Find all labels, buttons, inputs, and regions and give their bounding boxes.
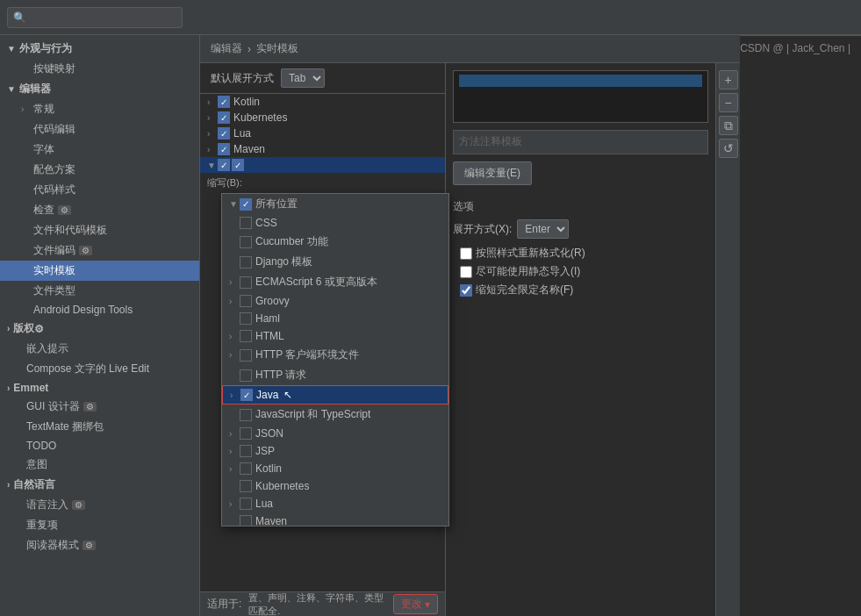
dropdown-item-lua[interactable]: › Lua xyxy=(222,495,448,512)
checkbox-haml[interactable] xyxy=(240,312,252,325)
sidebar-item-gui-designer[interactable]: GUI 设计器 ⚙ xyxy=(0,397,199,417)
checkbox-html[interactable] xyxy=(240,330,252,342)
dropdown-item-kotlin[interactable]: › Kotlin xyxy=(222,460,448,477)
checkbox-reformat[interactable] xyxy=(460,247,472,260)
checkbox-lua[interactable] xyxy=(218,127,230,140)
dropdown-item-label: Lua xyxy=(255,498,273,510)
tree-item-label: Lua xyxy=(233,127,438,140)
sidebar-item-inspect[interactable]: 检查 ⚙ xyxy=(0,200,199,220)
sidebar-item-todo[interactable]: TODO xyxy=(0,437,199,455)
dropdown-header-label: 所有位置 xyxy=(255,197,298,211)
checkbox-lua[interactable] xyxy=(240,498,252,510)
checkbox-all[interactable] xyxy=(240,198,252,211)
checkbox-json[interactable] xyxy=(240,427,252,440)
sidebar-item-live-template[interactable]: 实时模板 xyxy=(0,261,199,281)
sidebar-item-repeat[interactable]: 重复项 xyxy=(0,515,199,535)
sidebar-item-android-design[interactable]: Android Design Tools xyxy=(0,301,199,319)
checkbox-java[interactable] xyxy=(240,389,253,401)
dropdown-item-json[interactable]: › JSON xyxy=(222,425,448,442)
sidebar-item-color[interactable]: 配色方案 xyxy=(0,160,199,180)
sidebar-item-label: 常规 xyxy=(33,102,54,117)
checkbox-http-env[interactable] xyxy=(240,349,252,362)
tree-item-kubernetes[interactable]: › Kubernetes xyxy=(200,110,445,125)
checkbox-shorten[interactable] xyxy=(460,284,472,297)
dropdown-item-haml[interactable]: Haml xyxy=(222,310,448,327)
sidebar-item-code-style[interactable]: 代码样式 xyxy=(0,180,199,200)
arrow-icon: › xyxy=(207,113,218,123)
dropdown-item-http-env[interactable]: › HTTP 客户端环境文件 xyxy=(222,345,448,365)
sidebar-item-ideas[interactable]: 意图 xyxy=(0,455,199,475)
dropdown-item-html[interactable]: › HTML xyxy=(222,327,448,345)
sidebar-item-general[interactable]: › 常规 xyxy=(0,99,199,119)
sidebar-item-label: 文件类型 xyxy=(33,283,75,298)
tree-item-lua[interactable]: › Lua xyxy=(200,125,445,141)
reset-button[interactable]: ↺ xyxy=(719,139,738,158)
sidebar-item-file-code-template[interactable]: 文件和代码模板 xyxy=(0,220,199,240)
checkbox-django[interactable] xyxy=(240,256,252,269)
edit-vars-button[interactable]: 编辑变量(E) xyxy=(453,161,532,185)
sidebar-item-appearance[interactable]: ▼ 外观与行为 xyxy=(0,39,199,59)
dropdown-item-maven[interactable]: Maven xyxy=(222,512,448,526)
dropdown-item-java[interactable]: › Java ↖ xyxy=(222,385,448,405)
checkbox-http-req[interactable] xyxy=(240,369,252,382)
sidebar-item-file-encoding[interactable]: 文件编码 ⚙ xyxy=(0,240,199,261)
checkbox-jsp[interactable] xyxy=(240,445,252,457)
sidebar-item-label: TODO xyxy=(26,440,56,452)
sidebar-item-font[interactable]: 字体 xyxy=(0,140,199,160)
sidebar-item-label: GUI 设计器 xyxy=(26,399,80,414)
sidebar-item-copyright[interactable]: › 版权 ⚙ xyxy=(0,319,199,339)
add-button[interactable]: + xyxy=(719,70,738,90)
sidebar-item-file-type[interactable]: 文件类型 xyxy=(0,281,199,301)
dropdown-item-kubernetes[interactable]: Kubernetes xyxy=(222,477,448,495)
code-line xyxy=(459,75,702,87)
sidebar-item-natural-lang[interactable]: › 自然语言 xyxy=(0,475,199,495)
dropdown-item-http-req[interactable]: HTTP 请求 xyxy=(222,365,448,385)
checkbox-maven[interactable] xyxy=(218,143,230,155)
dropdown-item-css[interactable]: CSS xyxy=(222,214,448,232)
sidebar-item-compose-live-edit[interactable]: Compose 文字的 Live Edit xyxy=(0,359,199,379)
checkbox-kotlin[interactable] xyxy=(218,96,230,108)
change-button[interactable]: 更改 ▾ xyxy=(393,594,438,614)
arrow-icon: ▼ xyxy=(7,84,16,94)
copy-button[interactable]: ⧉ xyxy=(719,116,738,135)
search-input[interactable]: 🔍 xyxy=(7,7,183,28)
checkbox-group[interactable] xyxy=(218,159,230,171)
dropdown-item-django[interactable]: Django 模板 xyxy=(222,252,448,272)
checkbox-group2[interactable] xyxy=(232,159,244,171)
checkbox-maven[interactable] xyxy=(240,515,252,526)
dropdown-item-ecmascript[interactable]: › ECMAScript 6 或更高版本 xyxy=(222,272,448,292)
checkbox-ecmascript[interactable] xyxy=(240,276,252,289)
sidebar-item-emmet[interactable]: › Emmet xyxy=(0,379,199,397)
expand-default-select[interactable]: Tab xyxy=(281,68,325,88)
sidebar-item-label: TextMate 捆绑包 xyxy=(26,419,104,434)
arrow-icon: › xyxy=(7,480,10,490)
sidebar-item-textmate[interactable]: TextMate 捆绑包 xyxy=(0,417,199,437)
sidebar-item-editor[interactable]: ▼ 编辑器 xyxy=(0,79,199,99)
tree-item-expanded-group[interactable]: ▼ xyxy=(200,157,445,173)
tree-item-kotlin[interactable]: › Kotlin xyxy=(200,94,445,110)
main-layout: ▼ 外观与行为 按键映射 ▼ 编辑器 › 常规 代码编辑 字体 配色方案 xyxy=(0,35,861,616)
dropdown-header[interactable]: ▼ 所有位置 xyxy=(222,194,448,214)
sidebar-item-code-edit[interactable]: 代码编辑 xyxy=(0,119,199,140)
checkbox-kubernetes[interactable] xyxy=(218,111,230,124)
dropdown-item-jsp[interactable]: › JSP xyxy=(222,442,448,460)
checkbox-cucumber[interactable] xyxy=(240,236,252,248)
checkbox-kubernetes[interactable] xyxy=(240,480,252,492)
checkbox-groovy[interactable] xyxy=(240,295,252,307)
dropdown-item-cucumber[interactable]: Cucumber 功能 xyxy=(222,232,448,252)
chevron-down-icon: ▾ xyxy=(425,598,430,611)
sidebar-item-lang-inject[interactable]: 语言注入 ⚙ xyxy=(0,495,199,515)
checkbox-dynamic[interactable] xyxy=(460,266,472,278)
sidebar-item-reader-mode[interactable]: 阅读器模式 ⚙ xyxy=(0,535,199,555)
dropdown-item-js-ts[interactable]: JavaScript 和 TypeScript xyxy=(222,405,448,425)
sidebar-item-embed-hint[interactable]: 嵌入提示 xyxy=(0,339,199,359)
checkbox-css[interactable] xyxy=(240,217,252,229)
expand-select-right[interactable]: Enter xyxy=(517,219,569,239)
remove-button[interactable]: − xyxy=(719,93,738,112)
checkbox-dynamic-label: 尽可能使用静态导入(I) xyxy=(476,264,580,279)
checkbox-kotlin[interactable] xyxy=(240,462,252,475)
checkbox-js-ts[interactable] xyxy=(240,409,252,421)
dropdown-item-groovy[interactable]: › Groovy xyxy=(222,292,448,310)
sidebar-item-keymap[interactable]: 按键映射 xyxy=(0,59,199,79)
tree-item-maven[interactable]: › Maven xyxy=(200,141,445,157)
